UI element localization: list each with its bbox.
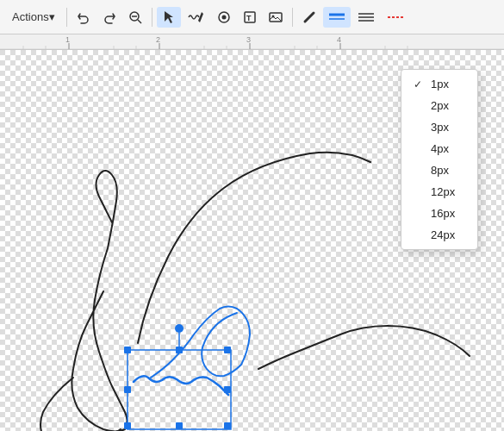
- menu-item-2px-label: 2px: [431, 99, 449, 112]
- svg-rect-26: [224, 422, 231, 429]
- svg-rect-25: [176, 422, 183, 429]
- text-button[interactable]: T: [238, 7, 262, 28]
- shape-icon: [217, 10, 231, 24]
- image-icon: [269, 10, 283, 24]
- svg-rect-19: [124, 347, 131, 353]
- toolbar: Actions ▾ T: [0, 0, 504, 34]
- menu-item-4px-label: 4px: [431, 142, 449, 155]
- select-button[interactable]: [157, 7, 181, 28]
- menu-item-1px[interactable]: ✓ 1px: [401, 73, 477, 95]
- menu-item-12px-label: 12px: [431, 185, 455, 198]
- svg-rect-20: [176, 347, 183, 353]
- separator-1: [66, 8, 67, 27]
- check-icon: ✓: [414, 78, 426, 91]
- svg-line-1: [138, 20, 141, 23]
- menu-item-16px-label: 16px: [431, 207, 455, 220]
- menu-item-2px[interactable]: 2px: [401, 95, 477, 116]
- menu-item-1px-label: 1px: [431, 78, 449, 91]
- menu-item-3px[interactable]: 3px: [401, 116, 477, 138]
- shape-button[interactable]: [212, 7, 236, 28]
- zoom-button[interactable]: [123, 7, 147, 28]
- line-solid-icon: [328, 10, 345, 24]
- line-style-dashed-button[interactable]: [382, 7, 409, 28]
- select-icon: [162, 10, 176, 24]
- separator-3: [292, 8, 293, 27]
- svg-rect-21: [224, 347, 231, 353]
- redo-icon: [103, 10, 116, 24]
- menu-item-12px[interactable]: 12px: [401, 181, 477, 203]
- svg-rect-18: [128, 350, 231, 429]
- pencil-icon: [302, 10, 316, 24]
- line-style-solid-button[interactable]: [323, 7, 351, 28]
- svg-rect-22: [124, 386, 131, 393]
- svg-rect-24: [124, 422, 131, 429]
- text-icon: T: [243, 10, 257, 24]
- menu-item-16px[interactable]: 16px: [401, 203, 477, 224]
- svg-marker-3: [165, 11, 173, 23]
- zoom-icon: [128, 10, 142, 24]
- canvas-area[interactable]: 1 2 3 4 ✓ 1px 2px: [0, 34, 504, 431]
- chevron-icon: ▾: [49, 10, 55, 23]
- undo-icon: [77, 10, 90, 24]
- undo-button[interactable]: [72, 7, 96, 28]
- svg-line-11: [305, 13, 314, 22]
- pencil-button[interactable]: [297, 7, 321, 28]
- svg-point-6: [221, 15, 226, 19]
- draw-button[interactable]: [183, 7, 210, 28]
- svg-rect-23: [224, 386, 231, 393]
- line-width-dropdown: ✓ 1px 2px 3px 4px 8px 12px 16px 2: [401, 69, 478, 250]
- actions-label: Actions: [12, 10, 49, 23]
- menu-item-3px-label: 3px: [431, 121, 449, 134]
- line-style-double-button[interactable]: [352, 7, 380, 28]
- menu-item-8px[interactable]: 8px: [401, 159, 477, 181]
- menu-item-8px-label: 8px: [431, 164, 449, 177]
- menu-item-24px-label: 24px: [431, 228, 455, 241]
- menu-item-4px[interactable]: 4px: [401, 138, 477, 159]
- menu-item-24px[interactable]: 24px: [401, 224, 477, 246]
- ruler: [0, 34, 504, 50]
- svg-point-28: [175, 324, 184, 333]
- separator-2: [152, 8, 152, 27]
- line-dashed-icon: [387, 10, 404, 24]
- svg-text:T: T: [246, 14, 252, 22]
- draw-icon: [188, 10, 205, 24]
- redo-button[interactable]: [97, 7, 121, 28]
- line-double-icon: [358, 10, 375, 24]
- actions-button[interactable]: Actions ▾: [5, 7, 62, 27]
- image-button[interactable]: [264, 7, 288, 28]
